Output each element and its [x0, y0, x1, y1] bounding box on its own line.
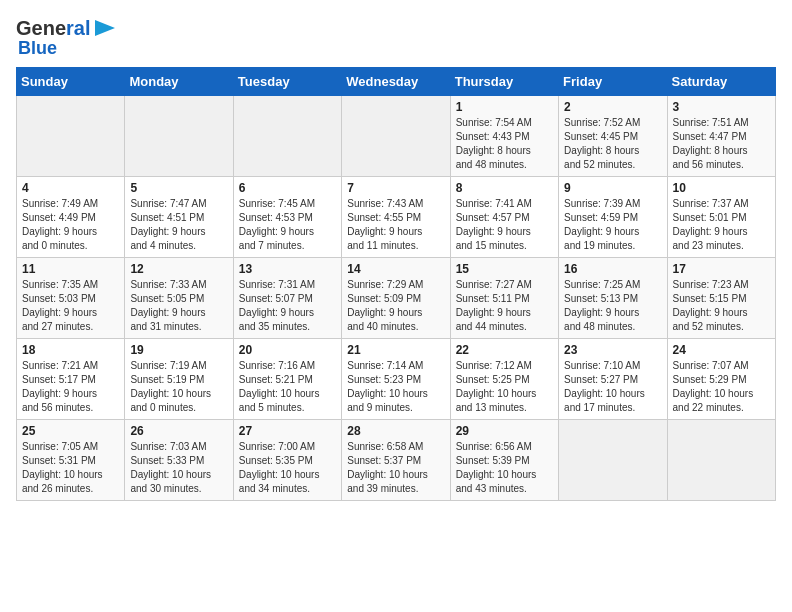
calendar-cell: 13Sunrise: 7:31 AM Sunset: 5:07 PM Dayli… — [233, 258, 341, 339]
calendar-cell: 10Sunrise: 7:37 AM Sunset: 5:01 PM Dayli… — [667, 177, 775, 258]
week-row-2: 4Sunrise: 7:49 AM Sunset: 4:49 PM Daylig… — [17, 177, 776, 258]
day-number: 11 — [22, 262, 119, 276]
logo-container: General Blue — [16, 16, 117, 59]
calendar-cell — [667, 420, 775, 501]
calendar-cell: 22Sunrise: 7:12 AM Sunset: 5:25 PM Dayli… — [450, 339, 558, 420]
day-info: Sunrise: 7:14 AM Sunset: 5:23 PM Dayligh… — [347, 359, 444, 415]
day-number: 21 — [347, 343, 444, 357]
day-number: 20 — [239, 343, 336, 357]
calendar-cell: 11Sunrise: 7:35 AM Sunset: 5:03 PM Dayli… — [17, 258, 125, 339]
calendar-cell — [559, 420, 667, 501]
logo-arrow-icon — [93, 16, 117, 40]
day-header-tuesday: Tuesday — [233, 68, 341, 96]
day-number: 3 — [673, 100, 770, 114]
day-header-friday: Friday — [559, 68, 667, 96]
day-info: Sunrise: 7:12 AM Sunset: 5:25 PM Dayligh… — [456, 359, 553, 415]
day-number: 15 — [456, 262, 553, 276]
calendar-cell: 5Sunrise: 7:47 AM Sunset: 4:51 PM Daylig… — [125, 177, 233, 258]
calendar-cell: 8Sunrise: 7:41 AM Sunset: 4:57 PM Daylig… — [450, 177, 558, 258]
day-number: 23 — [564, 343, 661, 357]
day-info: Sunrise: 7:43 AM Sunset: 4:55 PM Dayligh… — [347, 197, 444, 253]
day-number: 29 — [456, 424, 553, 438]
day-info: Sunrise: 7:37 AM Sunset: 5:01 PM Dayligh… — [673, 197, 770, 253]
calendar-cell — [233, 96, 341, 177]
week-row-1: 1Sunrise: 7:54 AM Sunset: 4:43 PM Daylig… — [17, 96, 776, 177]
day-header-saturday: Saturday — [667, 68, 775, 96]
day-info: Sunrise: 6:56 AM Sunset: 5:39 PM Dayligh… — [456, 440, 553, 496]
day-number: 25 — [22, 424, 119, 438]
day-info: Sunrise: 7:45 AM Sunset: 4:53 PM Dayligh… — [239, 197, 336, 253]
day-number: 17 — [673, 262, 770, 276]
day-number: 22 — [456, 343, 553, 357]
day-info: Sunrise: 7:29 AM Sunset: 5:09 PM Dayligh… — [347, 278, 444, 334]
logo-general: General — [16, 18, 91, 38]
day-number: 19 — [130, 343, 227, 357]
logo-blue: Blue — [18, 38, 57, 59]
day-info: Sunrise: 7:23 AM Sunset: 5:15 PM Dayligh… — [673, 278, 770, 334]
day-number: 7 — [347, 181, 444, 195]
calendar-cell: 6Sunrise: 7:45 AM Sunset: 4:53 PM Daylig… — [233, 177, 341, 258]
calendar-cell: 28Sunrise: 6:58 AM Sunset: 5:37 PM Dayli… — [342, 420, 450, 501]
day-number: 28 — [347, 424, 444, 438]
day-info: Sunrise: 7:25 AM Sunset: 5:13 PM Dayligh… — [564, 278, 661, 334]
calendar-cell: 25Sunrise: 7:05 AM Sunset: 5:31 PM Dayli… — [17, 420, 125, 501]
day-header-wednesday: Wednesday — [342, 68, 450, 96]
day-number: 10 — [673, 181, 770, 195]
calendar-cell: 27Sunrise: 7:00 AM Sunset: 5:35 PM Dayli… — [233, 420, 341, 501]
day-header-monday: Monday — [125, 68, 233, 96]
calendar-cell: 2Sunrise: 7:52 AM Sunset: 4:45 PM Daylig… — [559, 96, 667, 177]
day-info: Sunrise: 7:03 AM Sunset: 5:33 PM Dayligh… — [130, 440, 227, 496]
calendar-cell — [125, 96, 233, 177]
calendar-cell: 4Sunrise: 7:49 AM Sunset: 4:49 PM Daylig… — [17, 177, 125, 258]
calendar-cell: 26Sunrise: 7:03 AM Sunset: 5:33 PM Dayli… — [125, 420, 233, 501]
calendar-cell: 29Sunrise: 6:56 AM Sunset: 5:39 PM Dayli… — [450, 420, 558, 501]
calendar-cell: 24Sunrise: 7:07 AM Sunset: 5:29 PM Dayli… — [667, 339, 775, 420]
day-info: Sunrise: 7:16 AM Sunset: 5:21 PM Dayligh… — [239, 359, 336, 415]
day-number: 18 — [22, 343, 119, 357]
day-info: Sunrise: 7:35 AM Sunset: 5:03 PM Dayligh… — [22, 278, 119, 334]
day-number: 4 — [22, 181, 119, 195]
day-number: 5 — [130, 181, 227, 195]
week-row-4: 18Sunrise: 7:21 AM Sunset: 5:17 PM Dayli… — [17, 339, 776, 420]
calendar-cell: 3Sunrise: 7:51 AM Sunset: 4:47 PM Daylig… — [667, 96, 775, 177]
day-info: Sunrise: 6:58 AM Sunset: 5:37 PM Dayligh… — [347, 440, 444, 496]
calendar-cell: 14Sunrise: 7:29 AM Sunset: 5:09 PM Dayli… — [342, 258, 450, 339]
calendar-table: SundayMondayTuesdayWednesdayThursdayFrid… — [16, 67, 776, 501]
day-info: Sunrise: 7:21 AM Sunset: 5:17 PM Dayligh… — [22, 359, 119, 415]
week-row-3: 11Sunrise: 7:35 AM Sunset: 5:03 PM Dayli… — [17, 258, 776, 339]
day-number: 27 — [239, 424, 336, 438]
day-header-sunday: Sunday — [17, 68, 125, 96]
day-info: Sunrise: 7:39 AM Sunset: 4:59 PM Dayligh… — [564, 197, 661, 253]
day-number: 1 — [456, 100, 553, 114]
day-number: 16 — [564, 262, 661, 276]
day-header-thursday: Thursday — [450, 68, 558, 96]
day-info: Sunrise: 7:41 AM Sunset: 4:57 PM Dayligh… — [456, 197, 553, 253]
calendar-cell: 9Sunrise: 7:39 AM Sunset: 4:59 PM Daylig… — [559, 177, 667, 258]
calendar-cell: 19Sunrise: 7:19 AM Sunset: 5:19 PM Dayli… — [125, 339, 233, 420]
day-info: Sunrise: 7:47 AM Sunset: 4:51 PM Dayligh… — [130, 197, 227, 253]
day-info: Sunrise: 7:10 AM Sunset: 5:27 PM Dayligh… — [564, 359, 661, 415]
day-number: 8 — [456, 181, 553, 195]
calendar-cell: 17Sunrise: 7:23 AM Sunset: 5:15 PM Dayli… — [667, 258, 775, 339]
calendar-cell — [342, 96, 450, 177]
calendar-cell: 21Sunrise: 7:14 AM Sunset: 5:23 PM Dayli… — [342, 339, 450, 420]
calendar-cell: 1Sunrise: 7:54 AM Sunset: 4:43 PM Daylig… — [450, 96, 558, 177]
day-number: 2 — [564, 100, 661, 114]
day-info: Sunrise: 7:54 AM Sunset: 4:43 PM Dayligh… — [456, 116, 553, 172]
day-info: Sunrise: 7:05 AM Sunset: 5:31 PM Dayligh… — [22, 440, 119, 496]
day-number: 14 — [347, 262, 444, 276]
calendar-cell — [17, 96, 125, 177]
week-row-5: 25Sunrise: 7:05 AM Sunset: 5:31 PM Dayli… — [17, 420, 776, 501]
day-number: 26 — [130, 424, 227, 438]
logo: General Blue — [16, 16, 117, 59]
day-number: 13 — [239, 262, 336, 276]
calendar-cell: 23Sunrise: 7:10 AM Sunset: 5:27 PM Dayli… — [559, 339, 667, 420]
day-info: Sunrise: 7:49 AM Sunset: 4:49 PM Dayligh… — [22, 197, 119, 253]
header-row: SundayMondayTuesdayWednesdayThursdayFrid… — [17, 68, 776, 96]
svg-marker-0 — [95, 20, 115, 36]
day-info: Sunrise: 7:51 AM Sunset: 4:47 PM Dayligh… — [673, 116, 770, 172]
day-info: Sunrise: 7:33 AM Sunset: 5:05 PM Dayligh… — [130, 278, 227, 334]
day-number: 24 — [673, 343, 770, 357]
day-info: Sunrise: 7:07 AM Sunset: 5:29 PM Dayligh… — [673, 359, 770, 415]
day-info: Sunrise: 7:19 AM Sunset: 5:19 PM Dayligh… — [130, 359, 227, 415]
